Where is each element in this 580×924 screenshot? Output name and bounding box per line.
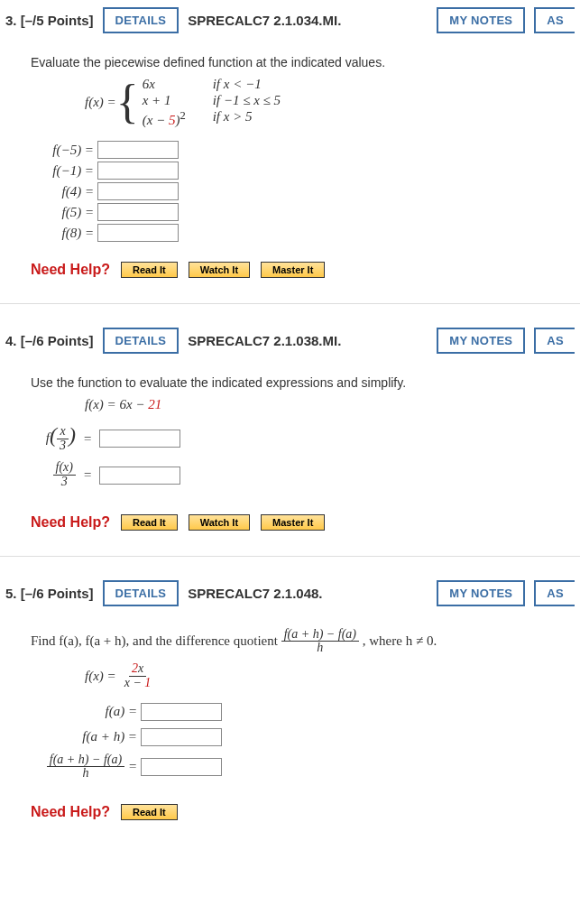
points-label: 3. [–/5 Points]	[5, 13, 94, 28]
row-label: f(8) =	[31, 226, 97, 241]
master-it-button[interactable]: Master It	[261, 514, 325, 531]
instruction: Use the function to evaluate the indicat…	[31, 375, 549, 390]
eval-row: f(x3) =	[38, 425, 549, 452]
row-label: f(−5) =	[31, 143, 97, 158]
row-label: f(a + h) =	[31, 729, 141, 744]
answer-input[interactable]	[97, 203, 179, 221]
details-button[interactable]: DETAILS	[103, 328, 180, 354]
watch-it-button[interactable]: Watch It	[189, 514, 250, 531]
eval-row: f(x)3 =	[38, 461, 549, 488]
answer-input[interactable]	[97, 182, 179, 200]
answer-input[interactable]	[97, 141, 179, 159]
points-label: 5. [–/6 Points]	[5, 586, 94, 601]
master-it-button[interactable]: Master It	[261, 262, 325, 278]
question-header: 5. [–/6 Points] DETAILS SPRECALC7 2.1.04…	[0, 573, 580, 617]
row-label: f(−1) =	[31, 163, 97, 179]
answer-input[interactable]	[141, 728, 222, 746]
question-header: 3. [–/5 Points] DETAILS SPRECALC7 2.1.03…	[0, 0, 580, 44]
question-5: 5. [–/6 Points] DETAILS SPRECALC7 2.1.04…	[0, 573, 580, 845]
mynotes-button[interactable]: MY NOTES	[437, 580, 525, 606]
answer-input[interactable]	[99, 467, 180, 485]
fx-label: f(x) =	[85, 95, 116, 110]
row-label: f(5) =	[31, 205, 97, 220]
question-header: 4. [–/6 Points] DETAILS SPRECALC7 2.1.03…	[0, 320, 580, 365]
ask-button[interactable]: AS	[534, 328, 575, 354]
need-help-label: Need Help?	[31, 262, 110, 278]
answer-rows: f(a) = f(a + h) = f(a + h) − f(a)h =	[31, 703, 549, 781]
read-it-button[interactable]: Read It	[121, 804, 178, 820]
question-body: Find f(a), f(a + h), and the difference …	[0, 617, 580, 845]
piecewise-definition: f(x) = { 6x x + 1 (x − 5)2 if x < −1 if …	[85, 77, 549, 128]
row-label: f(4) =	[31, 184, 97, 199]
need-help-label: Need Help?	[31, 804, 110, 820]
ask-button[interactable]: AS	[534, 580, 575, 606]
answer-rows: f(−5) = f(−1) = f(4) = f(5) = f(8) =	[31, 141, 549, 242]
instruction: Evaluate the piecewise defined function …	[31, 55, 549, 69]
watch-it-button[interactable]: Watch It	[189, 262, 250, 278]
need-help: Need Help? Read It Watch It Master It	[31, 262, 325, 278]
details-button[interactable]: DETAILS	[103, 7, 180, 33]
question-body: Use the function to evaluate the indicat…	[0, 365, 580, 556]
instruction: Find f(a), f(a + h), and the difference …	[31, 628, 549, 655]
need-help-label: Need Help?	[31, 514, 110, 531]
need-help: Need Help? Read It Watch It Master It	[31, 514, 325, 531]
source-label: SPRECALC7 2.1.048.	[188, 586, 322, 601]
read-it-button[interactable]: Read It	[121, 514, 178, 531]
answer-input[interactable]	[99, 430, 180, 448]
read-it-button[interactable]: Read It	[121, 262, 178, 278]
source-label: SPRECALC7 2.1.038.MI.	[188, 333, 341, 348]
answer-input[interactable]	[97, 162, 179, 180]
question-3: 3. [–/5 Points] DETAILS SPRECALC7 2.1.03…	[0, 0, 580, 304]
mynotes-button[interactable]: MY NOTES	[437, 328, 525, 354]
answer-input[interactable]	[141, 758, 222, 776]
brace-icon: {	[116, 81, 139, 124]
mynotes-button[interactable]: MY NOTES	[437, 7, 525, 33]
ask-button[interactable]: AS	[534, 7, 575, 33]
row-label: f(a) =	[31, 704, 141, 719]
need-help: Need Help? Read It	[31, 804, 178, 820]
source-label: SPRECALC7 2.1.034.MI.	[188, 13, 341, 28]
question-4: 4. [–/6 Points] DETAILS SPRECALC7 2.1.03…	[0, 320, 580, 557]
details-button[interactable]: DETAILS	[103, 580, 180, 606]
answer-input[interactable]	[141, 703, 222, 721]
answer-input[interactable]	[97, 224, 179, 242]
points-label: 4. [–/6 Points]	[5, 333, 94, 348]
question-body: Evaluate the piecewise defined function …	[0, 44, 580, 303]
row-label: f(a + h) − f(a)h =	[31, 753, 141, 781]
